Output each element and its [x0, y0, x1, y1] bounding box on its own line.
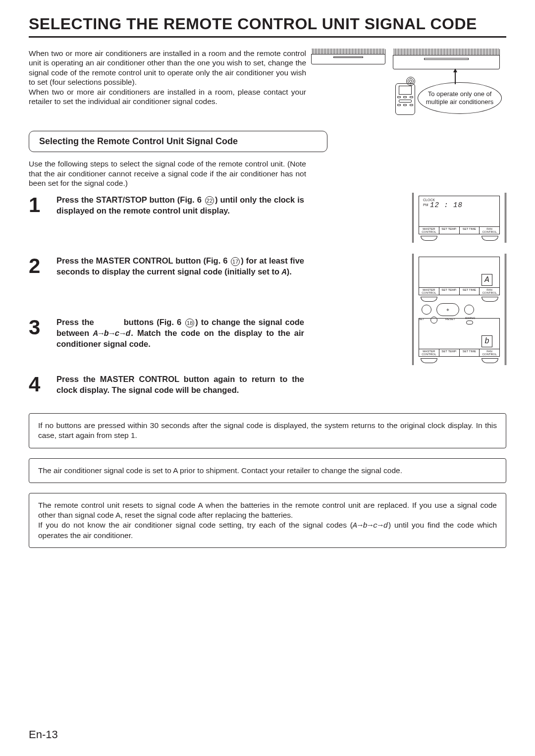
fig-ref-icon: 17	[231, 257, 240, 266]
lcd-button-icon	[421, 297, 437, 302]
step-number: 4	[29, 374, 56, 395]
intro-p1: When two or more air conditioners are in…	[29, 49, 306, 87]
lcd-button-icon	[421, 358, 437, 363]
lcd-btn-label: SET TEMP.	[439, 288, 460, 295]
remote-icon	[395, 83, 415, 115]
code-a: A	[282, 268, 287, 277]
lcd-btn-label: MASTER CONTROL	[419, 349, 439, 357]
lcd-btn-label: SET TIME	[460, 288, 480, 295]
lcd-button-icon	[482, 236, 498, 241]
page-number: En-13	[29, 728, 58, 741]
lcd-btn-label: SET TEMP.	[439, 227, 460, 234]
signal-waves-icon	[405, 76, 416, 87]
lcd-btn-label: SET TIME	[460, 349, 480, 357]
lcd-btn-label: FAN CONTROL	[480, 349, 499, 357]
lcd-btn-label: FAN CONTROL	[480, 288, 499, 295]
lcd-btn-label: MASTER CONTROL	[419, 227, 439, 234]
intro-p2: When two or more air conditioners are in…	[29, 87, 306, 107]
step2-tail: ).	[287, 267, 292, 276]
note3-pre: If you do not know the air conditioner s…	[38, 521, 353, 529]
pm-label: PM	[423, 203, 428, 207]
step-number: 1	[29, 195, 56, 216]
page-title: SELECTING THE REMOTE CONTROL UNIT SIGNAL…	[29, 15, 506, 33]
section-heading: Selecting the Remote Control Unit Signal…	[29, 131, 327, 152]
step-number: 2	[29, 256, 56, 276]
intro-figure: To operate only one of multiple air cond…	[306, 49, 506, 106]
note-box: The air conditioner signal code is set t…	[29, 458, 506, 483]
step1-pre: Press the START/STOP button (Fig. 6	[56, 195, 204, 204]
step3-pre: Press the buttons (Fig. 6	[56, 318, 184, 326]
intro-text: When two or more air conditioners are in…	[29, 49, 306, 106]
step-text: Press the MASTER CONTROL button (Fig. 6 …	[56, 256, 304, 277]
step-text: Press the buttons (Fig. 6 18) to change …	[56, 317, 304, 349]
lcd-button-icon	[482, 358, 498, 363]
clock-time: 12 : 18	[430, 201, 463, 209]
fig-ref-icon: 22	[205, 196, 214, 205]
step-number: 3	[29, 317, 56, 338]
round-button-icon	[422, 305, 431, 315]
lcd-btn-label: MASTER CONTROL	[419, 288, 439, 295]
signal-code-display: A	[482, 274, 492, 286]
section-intro: Use the following steps to select the si…	[29, 159, 306, 188]
note3-line1: The remote control unit resets to signal…	[38, 501, 497, 519]
step-text: Press the START/STOP button (Fig. 6 22) …	[56, 195, 304, 216]
lcd-btn-label: SET TEMP.	[439, 349, 460, 357]
note-box: If no buttons are pressed within 30 seco…	[29, 413, 506, 448]
signal-code-display: b	[482, 335, 492, 347]
lcd-button-icon	[482, 297, 498, 302]
plus-button-icon: +	[436, 303, 459, 316]
code-chain: A→b→c→d	[353, 521, 388, 530]
title-divider	[29, 36, 506, 38]
lcd-button-icon	[421, 236, 437, 241]
code-chain: A→b→c→d	[93, 329, 131, 338]
step2-pre: Press the MASTER CONTROL button (Fig. 6	[56, 256, 230, 265]
note-box: The remote control unit resets to signal…	[29, 493, 506, 548]
lcd-btn-label: FAN CONTROL	[480, 227, 499, 234]
fig-ref-icon: 18	[185, 319, 194, 327]
ac-unit-small-icon	[311, 49, 385, 64]
step-text: Press the MASTER CONTROL button again to…	[56, 374, 304, 395]
lcd-btn-label: SET TIME	[460, 227, 480, 234]
ac-unit-large-icon	[393, 49, 500, 69]
callout-oval: To operate only one of multiple air cond…	[418, 82, 502, 114]
round-button-icon	[464, 305, 474, 315]
